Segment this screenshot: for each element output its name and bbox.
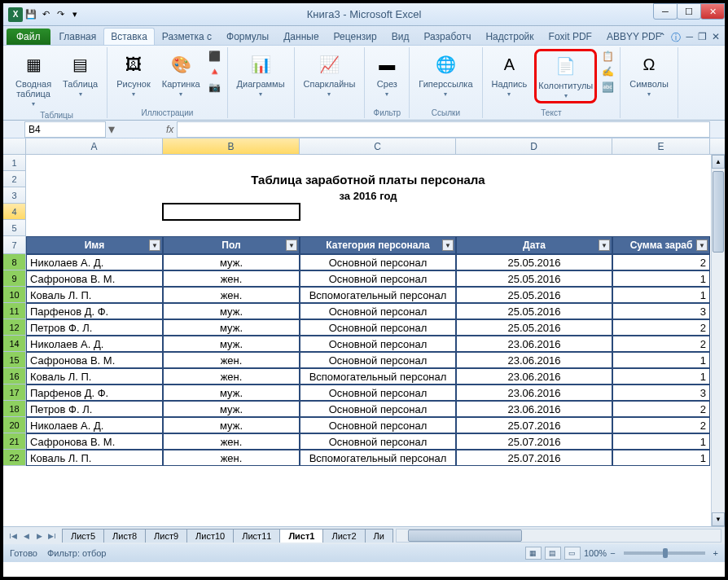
row-header[interactable]: 9 <box>3 270 26 287</box>
qat-save-icon[interactable]: 💾 <box>24 8 37 21</box>
data-cell[interactable]: Парфенов Д. Ф. <box>26 384 163 401</box>
table-dropdown-icon[interactable]: ▾ <box>79 90 82 98</box>
minimize-button[interactable]: ─ <box>653 3 678 20</box>
data-cell[interactable]: Основной персонал <box>300 352 456 368</box>
tab-разработч[interactable]: Разработч <box>416 28 478 45</box>
charts-button[interactable]: 📊Диаграммы▾ <box>233 49 289 100</box>
tab-надстройк[interactable]: Надстройк <box>478 28 541 45</box>
data-cell[interactable]: Сафронова В. М. <box>26 352 163 368</box>
data-cell[interactable]: муж. <box>163 336 300 352</box>
data-cell[interactable]: 25.07.2016 <box>456 450 612 466</box>
sheet-nav-first-icon[interactable]: I◀ <box>7 529 20 543</box>
data-cell[interactable]: Основной персонал <box>300 319 456 336</box>
cell[interactable] <box>26 155 163 171</box>
text-tool-icon[interactable]: 📋 <box>600 49 615 64</box>
table-header[interactable]: Имя▼ <box>26 236 163 254</box>
picture-button[interactable]: 🖼Рисунок▾ <box>112 49 155 100</box>
cell[interactable] <box>612 220 710 236</box>
data-cell[interactable]: 2 <box>612 254 710 270</box>
close-button[interactable]: ✕ <box>700 3 725 20</box>
tab-рецензир[interactable]: Рецензир <box>327 28 384 45</box>
worksheet-grid[interactable]: ABCDE 12Таблица заработной платы персона… <box>3 138 725 526</box>
data-cell[interactable]: муж. <box>163 401 300 417</box>
clipart-button[interactable]: 🎨Картинка▾ <box>158 49 204 100</box>
data-cell[interactable]: Основной персонал <box>300 254 456 270</box>
tab-вставка[interactable]: Вставка <box>103 28 155 45</box>
sheet-nav-last-icon[interactable]: ▶I <box>46 529 59 543</box>
qat-redo-icon[interactable]: ↷ <box>54 8 67 21</box>
column-header-E[interactable]: E <box>612 138 710 154</box>
filter-dropdown-icon[interactable]: ▼ <box>599 239 610 251</box>
sheet-tab[interactable]: Лист10 <box>186 529 234 543</box>
sheet-nav-next-icon[interactable]: ▶ <box>33 529 46 543</box>
filter-dropdown-icon[interactable]: ▼ <box>286 239 297 251</box>
sheet-nav-prev-icon[interactable]: ◀ <box>20 529 33 543</box>
row-header[interactable]: 5 <box>3 220 26 236</box>
sheet-tab[interactable]: Лист2 <box>322 529 365 543</box>
sparklines-dropdown-icon[interactable]: ▾ <box>327 90 331 98</box>
sheet-tab[interactable]: Лист8 <box>103 529 146 543</box>
textbox-dropdown-icon[interactable]: ▾ <box>507 90 511 98</box>
help-icon[interactable]: ⓘ <box>671 31 681 45</box>
data-cell[interactable]: Вспомогательный персонал <box>300 287 456 303</box>
data-cell[interactable]: 2 <box>612 319 710 336</box>
data-cell[interactable]: 3 <box>612 303 710 319</box>
data-cell[interactable]: Сафронова В. М. <box>26 270 163 287</box>
sheet-tab[interactable]: Ли <box>365 529 393 543</box>
filter-dropdown-icon[interactable]: ▼ <box>149 239 160 251</box>
cell[interactable] <box>456 204 612 220</box>
cell[interactable] <box>612 204 710 220</box>
data-cell[interactable]: жен. <box>163 368 300 384</box>
data-cell[interactable]: Основной персонал <box>300 401 456 417</box>
data-cell[interactable]: 23.06.2016 <box>456 384 612 401</box>
pivot-dropdown-icon[interactable]: ▾ <box>32 100 35 108</box>
data-cell[interactable]: муж. <box>163 319 300 336</box>
shape-icon[interactable]: 📷 <box>208 80 222 94</box>
data-cell[interactable]: 23.06.2016 <box>456 368 612 384</box>
cell[interactable] <box>300 220 456 236</box>
tab-разметка с[interactable]: Разметка с <box>155 28 219 45</box>
data-cell[interactable]: Петров Ф. Л. <box>26 401 163 417</box>
data-cell[interactable]: Николаев А. Д. <box>26 336 163 352</box>
sheet-tab[interactable]: Лист9 <box>145 529 187 543</box>
sheet-tab[interactable]: Лист1 <box>279 529 323 543</box>
symbols-dropdown-icon[interactable]: ▾ <box>647 90 651 98</box>
cell[interactable] <box>163 155 300 171</box>
slicer-dropdown-icon[interactable]: ▾ <box>385 90 388 98</box>
clipart-dropdown-icon[interactable]: ▾ <box>179 90 182 98</box>
data-cell[interactable]: Основной персонал <box>300 303 456 319</box>
vertical-scrollbar[interactable]: ▲ ▼ <box>711 155 725 526</box>
cell[interactable] <box>456 155 612 171</box>
data-cell[interactable]: Петров Ф. Л. <box>26 319 163 336</box>
fx-icon[interactable]: fx <box>166 124 173 135</box>
row-header[interactable]: 16 <box>3 368 26 384</box>
row-header[interactable]: 18 <box>3 401 26 417</box>
scroll-up-button[interactable]: ▲ <box>712 155 725 169</box>
data-cell[interactable]: 25.05.2016 <box>456 270 612 287</box>
data-cell[interactable]: муж. <box>163 417 300 433</box>
row-header[interactable]: 14 <box>3 336 26 352</box>
text-tool-icon[interactable]: ✍ <box>600 64 615 79</box>
data-cell[interactable]: 1 <box>612 352 710 368</box>
data-cell[interactable]: Сафронова В. М. <box>26 433 163 450</box>
row-header[interactable]: 15 <box>3 352 26 368</box>
data-cell[interactable]: Основной персонал <box>300 270 456 287</box>
row-header[interactable]: 20 <box>3 417 26 433</box>
tab-формулы[interactable]: Формулы <box>219 28 276 45</box>
row-header[interactable]: 22 <box>3 450 26 466</box>
textbox-button[interactable]: AНадпись▾ <box>488 49 532 100</box>
data-cell[interactable]: Парфенов Д. Ф. <box>26 303 163 319</box>
tab-вид[interactable]: Вид <box>384 28 417 45</box>
vscroll-thumb[interactable] <box>713 171 724 253</box>
data-cell[interactable]: 25.05.2016 <box>456 287 612 303</box>
row-header[interactable]: 2 <box>3 171 26 187</box>
formula-input[interactable] <box>177 121 710 138</box>
column-header-A[interactable]: A <box>26 138 163 154</box>
hscroll-thumb[interactable] <box>408 529 522 542</box>
data-cell[interactable]: Коваль Л. П. <box>26 450 163 466</box>
doc-minimize-icon[interactable]: ─ <box>686 31 693 45</box>
view-normal-button[interactable]: ▦ <box>525 547 542 560</box>
cell[interactable] <box>163 204 300 220</box>
data-cell[interactable]: жен. <box>163 450 300 466</box>
minimize-ribbon-icon[interactable]: ⌃ <box>658 31 666 45</box>
